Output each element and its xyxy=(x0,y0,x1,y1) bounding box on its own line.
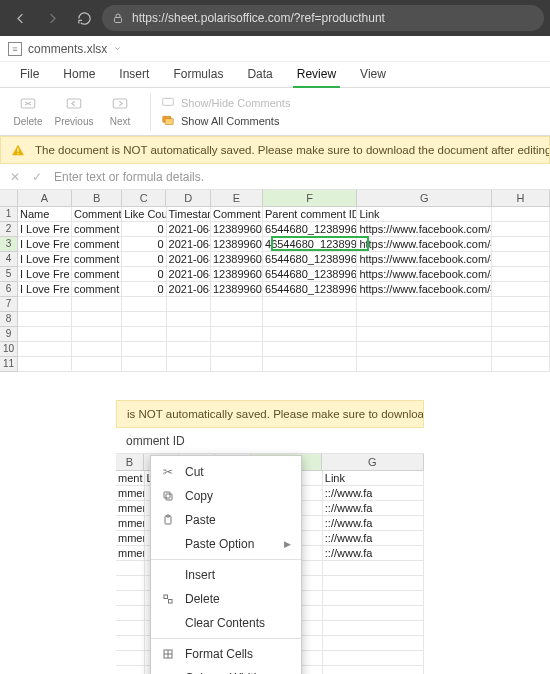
cell[interactable] xyxy=(357,297,492,311)
cell[interactable] xyxy=(72,297,122,311)
cell[interactable]: comment xyxy=(72,267,122,281)
cell[interactable]: comment xyxy=(72,252,122,266)
cell[interactable]: 2021-06-0 xyxy=(167,267,211,281)
cell[interactable]: ment xyxy=(116,471,145,485)
cell[interactable]: Comment xyxy=(211,207,263,221)
menu-clear-contents[interactable]: Clear Contents xyxy=(151,611,301,635)
cell[interactable] xyxy=(122,342,166,356)
cell[interactable] xyxy=(357,357,492,371)
cell[interactable]: I Love Fre xyxy=(18,252,72,266)
cell[interactable]: 0 xyxy=(122,222,166,236)
cell[interactable]: I Love Fre xyxy=(18,282,72,296)
cell[interactable]: 123899604 xyxy=(211,237,263,251)
show-all-comments-button[interactable]: Show All Comments xyxy=(161,114,290,128)
row-header[interactable]: 9 xyxy=(0,327,17,342)
cell[interactable] xyxy=(263,357,357,371)
cell[interactable] xyxy=(492,327,550,341)
col-header[interactable]: C xyxy=(122,190,166,206)
cell[interactable] xyxy=(323,576,424,590)
tab-insert[interactable]: Insert xyxy=(107,62,161,87)
forward-icon[interactable] xyxy=(38,4,66,32)
cell[interactable]: comment xyxy=(72,237,122,251)
cell[interactable] xyxy=(323,591,424,605)
cell[interactable] xyxy=(263,312,357,326)
cell[interactable] xyxy=(357,342,492,356)
menu-column-width[interactable]: Column Width xyxy=(151,666,301,674)
tab-view[interactable]: View xyxy=(348,62,398,87)
grid[interactable]: NameCommentLike CountTimestamCommentPare… xyxy=(18,207,550,372)
col-header[interactable]: F xyxy=(263,190,357,206)
cell[interactable] xyxy=(492,357,550,371)
menu-paste-option[interactable]: Paste Option▶ xyxy=(151,532,301,556)
cell[interactable] xyxy=(116,576,145,590)
menu-insert[interactable]: Insert xyxy=(151,563,301,587)
spreadsheet-top[interactable]: ABCDEFGH 1234567891011 NameCommentLike C… xyxy=(0,190,550,372)
cell[interactable]: https://www.facebook.com/4338104903965 xyxy=(357,267,492,281)
cell[interactable] xyxy=(492,222,550,236)
cell[interactable] xyxy=(167,342,211,356)
cell[interactable]: I Love Fre xyxy=(18,267,72,281)
cell[interactable] xyxy=(211,327,263,341)
row-header[interactable]: 10 xyxy=(0,342,17,357)
cell[interactable] xyxy=(72,327,122,341)
cell[interactable]: comment xyxy=(72,282,122,296)
cell[interactable]: 6544680_12389965 xyxy=(263,222,357,236)
back-icon[interactable] xyxy=(6,4,34,32)
cell[interactable]: :://www.fa xyxy=(323,486,424,500)
cell[interactable] xyxy=(323,621,424,635)
cell[interactable]: mment xyxy=(116,501,145,515)
cell[interactable]: :://www.fa xyxy=(323,516,424,530)
cell[interactable] xyxy=(211,342,263,356)
cell[interactable]: 0 xyxy=(122,237,166,251)
cell[interactable]: 2021-06-0 xyxy=(167,282,211,296)
cell[interactable]: 2021-06-0 xyxy=(167,237,211,251)
formula-cancel-icon[interactable]: ✕ xyxy=(10,170,20,184)
formula-accept-icon[interactable]: ✓ xyxy=(32,170,42,184)
cell[interactable]: 0 xyxy=(122,282,166,296)
cell[interactable] xyxy=(323,636,424,650)
cell[interactable] xyxy=(72,342,122,356)
cell[interactable]: 123899604 xyxy=(211,282,263,296)
cell[interactable]: I Love Fre xyxy=(18,237,72,251)
cell[interactable] xyxy=(492,252,550,266)
col-header[interactable]: H xyxy=(492,190,550,206)
cell[interactable] xyxy=(211,357,263,371)
cell[interactable] xyxy=(323,651,424,665)
cell[interactable] xyxy=(263,327,357,341)
col-header[interactable]: B xyxy=(72,190,122,206)
row-header[interactable]: 11 xyxy=(0,357,17,372)
cell[interactable] xyxy=(18,312,72,326)
col-header[interactable]: D xyxy=(166,190,210,206)
cell[interactable]: Like Count xyxy=(122,207,166,221)
cell[interactable]: mment xyxy=(116,546,145,560)
menu-copy[interactable]: Copy xyxy=(151,484,301,508)
cell[interactable] xyxy=(492,312,550,326)
row-header[interactable]: 6 xyxy=(0,282,17,297)
delete-comment-button[interactable]: Delete xyxy=(8,96,48,128)
cell[interactable]: mment xyxy=(116,486,145,500)
col-header[interactable]: G xyxy=(357,190,492,206)
cell[interactable]: 6544680_12389964 xyxy=(263,267,357,281)
cell[interactable]: 123899604 xyxy=(211,267,263,281)
cell[interactable]: 0 xyxy=(122,267,166,281)
cell[interactable]: :://www.fa xyxy=(323,546,424,560)
cell[interactable] xyxy=(122,327,166,341)
row-header[interactable]: 1 xyxy=(0,207,17,222)
cell[interactable]: 123899604 xyxy=(211,252,263,266)
formula-bar-2[interactable]: omment ID xyxy=(116,428,424,454)
cell[interactable] xyxy=(18,342,72,356)
address-bar[interactable]: https://sheet.polarisoffice.com/?ref=pro… xyxy=(102,5,544,31)
col-header[interactable]: E xyxy=(211,190,263,206)
cell[interactable]: Link xyxy=(357,207,492,221)
cell[interactable]: Link xyxy=(323,471,424,485)
cell[interactable] xyxy=(492,342,550,356)
cell[interactable] xyxy=(116,636,145,650)
cell[interactable]: 123899604 xyxy=(211,222,263,236)
cell[interactable] xyxy=(211,297,263,311)
cell[interactable] xyxy=(357,312,492,326)
row-header[interactable]: 2 xyxy=(0,222,17,237)
cell[interactable] xyxy=(263,342,357,356)
cell[interactable] xyxy=(18,327,72,341)
cell[interactable]: comment xyxy=(72,222,122,236)
menu-paste[interactable]: Paste xyxy=(151,508,301,532)
